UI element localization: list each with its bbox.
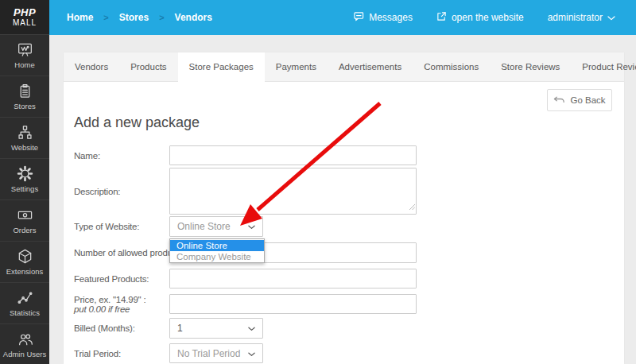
allowed-products-label: Number of allowed products: bbox=[74, 248, 169, 258]
logo-line1: PHP bbox=[14, 7, 36, 18]
user-menu[interactable]: administrator bbox=[548, 12, 615, 23]
sidebar-item-label: Website bbox=[11, 143, 38, 152]
open-website-label: open the website bbox=[452, 12, 524, 23]
price-sublabel: put 0.00 if free bbox=[74, 304, 169, 314]
form-row-featured-products: Featured Products: bbox=[74, 269, 417, 288]
form-row-price: Price, ex. "14.99" :put 0.00 if free bbox=[74, 294, 417, 314]
billed-months-label: Billed (Months): bbox=[74, 323, 169, 333]
sidebar-item-orders[interactable]: Orders bbox=[0, 200, 49, 242]
price-input[interactable] bbox=[169, 294, 417, 314]
tab-commissions[interactable]: Commissions bbox=[413, 52, 490, 82]
messages-label: Messages bbox=[369, 12, 413, 23]
chevron-down-icon bbox=[248, 221, 255, 232]
dashboard-monitor-icon bbox=[17, 41, 33, 58]
tab-advertisements[interactable]: Advertisements bbox=[328, 52, 413, 82]
type-of-website-select[interactable]: Online Store bbox=[169, 216, 263, 237]
tab-store-packages[interactable]: Store Packages bbox=[178, 52, 265, 83]
breadcrumb-home[interactable]: Home bbox=[67, 12, 93, 23]
logo-line2: MALL bbox=[13, 18, 37, 27]
dropdown-option-company-website[interactable]: Company Website bbox=[170, 251, 264, 262]
sitemap-icon bbox=[17, 123, 33, 141]
sidebar-item-label: Stores bbox=[14, 102, 35, 110]
sidebar-item-settings[interactable]: Settings bbox=[0, 159, 49, 200]
form-row-name: Name: bbox=[74, 145, 417, 165]
sidebar-item-stores[interactable]: Stores bbox=[0, 76, 49, 118]
featured-products-input[interactable] bbox=[169, 269, 417, 288]
chevron-down-icon bbox=[248, 323, 255, 334]
breadcrumb-stores[interactable]: Stores bbox=[119, 12, 149, 23]
form-row-description: Description: bbox=[74, 168, 417, 215]
form-row-trial-period: Trial Period: No Trial Period bbox=[74, 343, 263, 363]
chevron-down-icon bbox=[607, 12, 615, 23]
featured-products-label: Featured Products: bbox=[74, 274, 169, 284]
trial-period-label: Trial Period: bbox=[74, 349, 169, 358]
tab-product-reviews[interactable]: Product Reviews bbox=[571, 52, 636, 82]
content-card: Vendors Products Store Packages Payments… bbox=[64, 52, 624, 364]
line-chart-icon bbox=[17, 288, 33, 306]
external-link-icon bbox=[436, 11, 447, 24]
app-logo[interactable]: PHP MALL bbox=[0, 0, 49, 35]
topbar-actions: Messages open the website administrator bbox=[354, 11, 636, 24]
dropdown-option-online-store[interactable]: Online Store bbox=[170, 240, 264, 251]
messages-button[interactable]: Messages bbox=[354, 11, 413, 24]
tab-store-reviews[interactable]: Store Reviews bbox=[490, 52, 571, 82]
page-title: Add a new package bbox=[74, 114, 200, 131]
name-input[interactable] bbox=[169, 145, 417, 165]
price-label: Price, ex. "14.99" :put 0.00 if free bbox=[74, 295, 169, 314]
sidebar-item-statistics[interactable]: Statistics bbox=[0, 283, 49, 324]
select-value: No Trial Period bbox=[177, 348, 240, 359]
billed-months-select[interactable]: 1 bbox=[169, 318, 263, 339]
user-name: administrator bbox=[548, 12, 603, 23]
sidebar-item-website[interactable]: Website bbox=[0, 118, 49, 159]
select-value: Online Store bbox=[177, 221, 231, 232]
content-area: Vendors Products Store Packages Payments… bbox=[49, 35, 636, 364]
sidebar: PHP MALL Home Stores Website Settings Or… bbox=[0, 0, 49, 364]
resize-handle-icon[interactable] bbox=[409, 199, 415, 213]
breadcrumb-separator: > bbox=[159, 13, 164, 22]
message-icon bbox=[354, 11, 364, 24]
breadcrumb: Home > Stores > Vendors bbox=[49, 12, 212, 23]
sidebar-item-label: Statistics bbox=[10, 308, 40, 317]
breadcrumb-separator: > bbox=[103, 13, 108, 22]
sidebar-item-extensions[interactable]: Extensions bbox=[0, 242, 49, 283]
description-label: Description: bbox=[74, 187, 169, 196]
form-row-billed-months: Billed (Months): 1 bbox=[74, 318, 263, 339]
go-back-label: Go Back bbox=[570, 95, 605, 105]
sidebar-item-label: Orders bbox=[13, 226, 36, 234]
clipboard-icon bbox=[17, 82, 33, 99]
select-value: 1 bbox=[177, 323, 183, 334]
banknote-icon bbox=[17, 206, 33, 223]
sidebar-item-label: Settings bbox=[11, 184, 38, 193]
chevron-down-icon bbox=[248, 348, 255, 359]
name-label: Name: bbox=[74, 151, 169, 161]
tab-products[interactable]: Products bbox=[119, 52, 177, 82]
type-of-website-label: Type of Website: bbox=[74, 222, 169, 231]
description-textarea[interactable] bbox=[169, 168, 417, 215]
cube-icon bbox=[17, 247, 33, 265]
sidebar-item-home[interactable]: Home bbox=[0, 35, 49, 76]
gear-icon bbox=[17, 165, 33, 182]
breadcrumb-vendors[interactable]: Vendors bbox=[175, 12, 212, 23]
tab-bar: Vendors Products Store Packages Payments… bbox=[64, 52, 624, 82]
tab-payments[interactable]: Payments bbox=[265, 52, 328, 82]
form-row-type-of-website: Type of Website: Online Store bbox=[74, 216, 263, 237]
type-of-website-dropdown: Online Store Company Website bbox=[169, 238, 265, 263]
open-website-button[interactable]: open the website bbox=[436, 11, 524, 24]
trial-period-select[interactable]: No Trial Period bbox=[169, 343, 263, 363]
tab-vendors[interactable]: Vendors bbox=[64, 52, 119, 82]
sidebar-item-admin-users[interactable]: Admin Users bbox=[0, 324, 49, 364]
sidebar-item-label: Extensions bbox=[6, 267, 43, 276]
sidebar-item-label: Home bbox=[14, 60, 34, 69]
back-arrow-icon bbox=[553, 95, 565, 106]
sidebar-item-label: Admin Users bbox=[3, 350, 46, 358]
top-bar: Home > Stores > Vendors Messages open th… bbox=[49, 0, 636, 35]
go-back-button[interactable]: Go Back bbox=[547, 89, 612, 111]
users-icon bbox=[17, 330, 33, 347]
